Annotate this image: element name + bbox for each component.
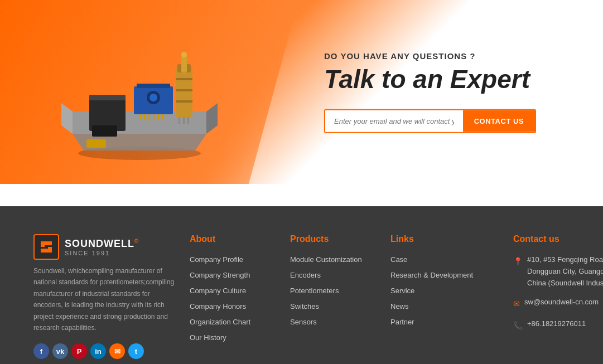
- svg-rect-32: [86, 139, 106, 148]
- svg-rect-13: [139, 114, 141, 120]
- list-item: Partner: [390, 317, 502, 327]
- footer-grid: SOUNDWELL® SINCE 1991 Soundwell, whichco…: [33, 234, 570, 359]
- footer: SOUNDWELL® SINCE 1991 Soundwell, whichco…: [0, 206, 603, 364]
- svg-rect-18: [162, 114, 163, 120]
- list-item: Sensors: [290, 317, 379, 327]
- about-link[interactable]: Company Culture: [190, 287, 246, 295]
- products-column: Products Module Customization Encoders P…: [290, 234, 379, 359]
- svg-rect-14: [144, 114, 146, 120]
- svg-rect-25: [176, 78, 192, 80]
- list-item: Company Honors: [190, 301, 279, 311]
- contact-title: Contact us: [513, 234, 603, 244]
- list-item: News: [390, 301, 502, 311]
- about-title: About: [190, 234, 279, 244]
- svg-marker-3: [206, 103, 218, 134]
- svg-rect-27: [176, 100, 192, 103]
- pinterest-icon[interactable]: P: [71, 343, 87, 359]
- list-item: Case: [390, 254, 502, 264]
- contact-email: ✉ sw@soundwell-cn.com: [513, 297, 603, 310]
- list-item: Service: [390, 285, 502, 295]
- links-column: Links Case Research & Development Servic…: [390, 234, 502, 359]
- products-links: Module Customization Encoders Potentiome…: [290, 254, 379, 327]
- email-input[interactable]: [325, 110, 463, 132]
- svg-rect-31: [92, 125, 117, 137]
- brand-icon: [33, 234, 59, 260]
- list-item: Company Strength: [190, 270, 279, 280]
- phone-text: +86.18219276011: [527, 318, 586, 330]
- ext-link[interactable]: Service: [390, 287, 414, 295]
- contact-column: Contact us 📍 #10, #53 Fengqing Road, Tan…: [513, 234, 603, 359]
- svg-marker-33: [41, 241, 52, 253]
- brand-column: SOUNDWELL® SINCE 1991 Soundwell, whichco…: [33, 234, 179, 359]
- ext-link[interactable]: Research & Development: [390, 271, 473, 279]
- email-contact-icon: ✉: [513, 298, 520, 310]
- product-link[interactable]: Module Customization: [290, 255, 362, 264]
- list-item: Encoders: [290, 270, 379, 280]
- hero-form: CONTACT US: [324, 109, 536, 133]
- list-item: Module Customization: [290, 254, 379, 264]
- hero-title: Talk to an Expert: [324, 65, 558, 94]
- hero-content: DO YOU HAVE ANY QUESTIONS ? Talk to an E…: [324, 51, 558, 133]
- svg-point-20: [149, 94, 157, 101]
- svg-rect-15: [148, 114, 150, 120]
- svg-rect-16: [153, 114, 155, 120]
- brand-description: Soundwell, whichcompiling manufacturer o…: [33, 265, 179, 333]
- email-link[interactable]: sw@soundwell-cn.com: [524, 297, 599, 308]
- about-column: About Company Profile Company Strength C…: [190, 234, 279, 359]
- address-text: #10, #53 Fengqing Road, Tangxia Town, Do…: [527, 254, 603, 289]
- list-item: Our History: [190, 332, 279, 342]
- list-item: Company Profile: [190, 254, 279, 264]
- contact-address: 📍 #10, #53 Fengqing Road, Tangxia Town, …: [513, 254, 603, 289]
- contact-us-button[interactable]: CONTACT US: [463, 110, 535, 132]
- svg-rect-28: [179, 117, 180, 124]
- ext-link[interactable]: Case: [390, 255, 407, 264]
- svg-marker-4: [61, 103, 73, 134]
- phone-icon: 📞: [513, 319, 523, 332]
- list-item: Company Culture: [190, 285, 279, 295]
- contact-phone: 📞 +86.18219276011: [513, 318, 603, 332]
- svg-point-24: [181, 52, 187, 57]
- list-item: Potentiometers: [290, 285, 379, 295]
- product-link[interactable]: Encoders: [290, 271, 321, 279]
- ext-link[interactable]: News: [390, 302, 409, 310]
- email-icon[interactable]: ✉: [109, 343, 125, 359]
- svg-rect-26: [176, 89, 192, 91]
- social-icons: f vk P in ✉ t: [33, 343, 179, 359]
- list-item: Organization Chart: [190, 317, 279, 327]
- svg-rect-29: [183, 117, 185, 124]
- brand-name: SOUNDWELL®: [65, 238, 139, 250]
- product-link[interactable]: Sensors: [290, 318, 317, 326]
- hero-subtitle: DO YOU HAVE ANY QUESTIONS ?: [324, 51, 558, 61]
- linkedin-icon[interactable]: in: [90, 343, 106, 359]
- about-link[interactable]: Company Profile: [190, 255, 243, 264]
- brand-name-wrap: SOUNDWELL® SINCE 1991: [65, 238, 139, 256]
- links-title: Links: [390, 234, 502, 244]
- brand-since: SINCE 1991: [65, 250, 139, 256]
- about-links: Company Profile Company Strength Company…: [190, 254, 279, 342]
- product-link[interactable]: Potentiometers: [290, 287, 339, 295]
- facebook-icon[interactable]: f: [33, 343, 49, 359]
- external-links: Case Research & Development Service News…: [390, 254, 502, 327]
- svg-rect-12: [137, 84, 170, 88]
- hero-section: DO YOU HAVE ANY QUESTIONS ? Talk to an E…: [0, 0, 603, 184]
- location-icon: 📍: [513, 255, 523, 268]
- about-link[interactable]: Company Strength: [190, 271, 250, 279]
- product-image: [56, 22, 223, 162]
- spacer: [0, 184, 603, 206]
- about-link[interactable]: Company Honors: [190, 302, 246, 310]
- svg-rect-23: [181, 56, 187, 72]
- svg-rect-30: [187, 117, 189, 124]
- list-item: Research & Development: [390, 270, 502, 280]
- about-link[interactable]: Our History: [190, 333, 226, 342]
- vk-icon[interactable]: vk: [52, 343, 68, 359]
- brand-logo: SOUNDWELL® SINCE 1991: [33, 234, 179, 260]
- products-title: Products: [290, 234, 379, 244]
- svg-rect-21: [176, 67, 192, 117]
- about-link[interactable]: Organization Chart: [190, 318, 250, 326]
- svg-rect-17: [157, 114, 159, 120]
- ext-link[interactable]: Partner: [390, 318, 414, 326]
- product-link[interactable]: Switches: [290, 302, 319, 310]
- twitter-icon[interactable]: t: [128, 343, 144, 359]
- svg-rect-6: [89, 95, 126, 100]
- list-item: Switches: [290, 301, 379, 311]
